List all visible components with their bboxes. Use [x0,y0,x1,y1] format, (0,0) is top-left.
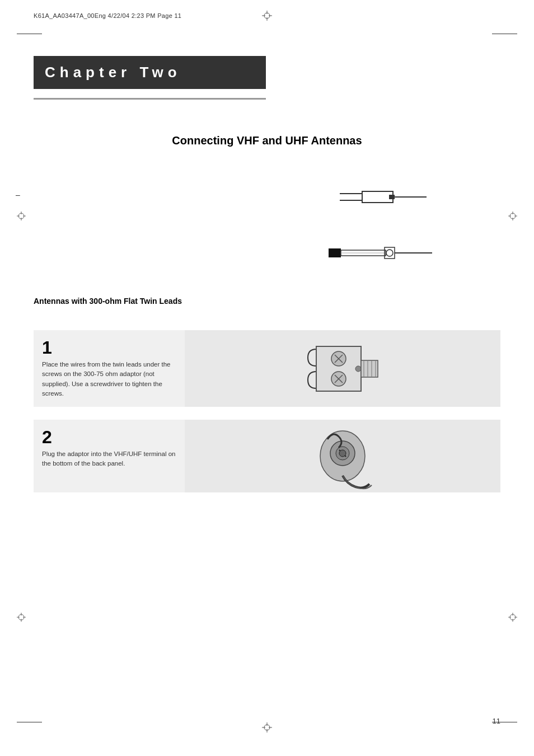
antenna-diagram-area [269,168,500,280]
svg-rect-9 [389,195,395,199]
coax-antenna-icon [329,238,441,266]
corner-crosshair-bl-icon [17,613,26,622]
chapter-box: Chapter Two [34,56,266,89]
flat-twin-antenna-icon [340,181,429,212]
step-2-diagram-icon [302,422,383,490]
step-2-image [185,420,500,492]
sub-heading: Antennas with 300-ohm Flat Twin Leads [34,297,182,306]
bottom-border-left [17,722,42,722]
corner-crosshair-tl-icon [17,212,26,220]
corner-crosshair-tr-icon [508,212,517,220]
top-border-right [492,34,517,34]
step-1-image [185,330,500,407]
step-2-section: 2 Plug the adaptor into the VHF/UHF term… [34,420,500,492]
page-number: 11 [493,717,500,725]
svg-point-53 [339,450,346,457]
step-1-diagram-icon [299,338,386,400]
svg-rect-5 [362,191,393,203]
step-1-number: 1 [42,339,176,356]
top-border-left [17,34,42,34]
step-2-number: 2 [42,428,176,446]
svg-point-43 [355,366,361,372]
left-margin-dash: – [16,190,20,199]
chapter-box-underline [34,98,266,100]
step-1-text-area: 1 Place the wires from the twin leads un… [34,330,185,407]
page-container: K61A_AA03447A_00Eng 4/22/04 2:23 PM Page… [0,0,534,756]
chapter-title: Chapter Two [45,64,181,81]
top-crosshair-icon [262,11,272,21]
step-1-section: 1 Place the wires from the twin leads un… [34,330,500,407]
bottom-crosshair-icon [262,722,272,732]
svg-rect-10 [329,248,341,257]
section-title: Connecting VHF and UHF Antennas [34,134,500,147]
step-1-description: Place the wires from the twin leads unde… [42,360,176,398]
svg-point-14 [386,250,393,256]
meta-text: K61A_AA03447A_00Eng 4/22/04 2:23 PM Page… [34,12,181,19]
step-2-description: Plug the adaptor into the VHF/UHF termin… [42,449,176,469]
step-2-text-area: 2 Plug the adaptor into the VHF/UHF term… [34,420,185,492]
meta-line: K61A_AA03447A_00Eng 4/22/04 2:23 PM Page… [34,12,500,19]
corner-crosshair-br-icon [508,613,517,622]
